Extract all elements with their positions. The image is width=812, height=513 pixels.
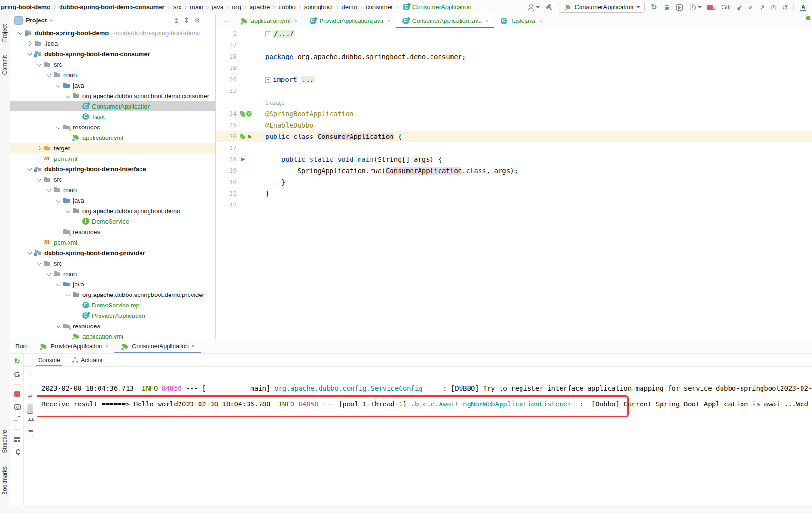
pin-tab-icon[interactable] bbox=[13, 449, 21, 456]
debug-button[interactable] bbox=[663, 3, 671, 11]
tree-row[interactable]: java bbox=[10, 195, 215, 206]
editor-tab[interactable]: ConsumerApplication.java× bbox=[396, 14, 494, 28]
soft-wrap-icon[interactable]: ↩ bbox=[28, 393, 33, 401]
tree-row[interactable]: main bbox=[10, 185, 215, 195]
breadcrumb-item[interactable]: apache bbox=[250, 3, 270, 10]
code-editor[interactable]: 1+/.../1718package org.apache.dubbo.spri… bbox=[216, 28, 812, 211]
breadcrumb-item[interactable]: pring-boot-demo bbox=[1, 3, 50, 10]
tree-row[interactable]: target bbox=[10, 143, 215, 153]
close-icon[interactable]: × bbox=[294, 18, 298, 24]
chevron-right-icon[interactable] bbox=[26, 39, 33, 47]
tree-row[interactable]: DemoService bbox=[10, 216, 215, 227]
rerun-button[interactable]: ↻ bbox=[14, 357, 20, 365]
console-output[interactable]: 2023-02-08 18:04:36.713 INFO 84850 --- [… bbox=[37, 366, 812, 506]
tree-row[interactable]: org.apache.dubbo.springboot.demo.provide… bbox=[10, 289, 215, 300]
profiler-button[interactable] bbox=[689, 3, 702, 11]
usages-inlay-hint[interactable]: 1 usage bbox=[265, 100, 285, 106]
breadcrumb-item[interactable]: java bbox=[212, 3, 223, 10]
chevron-down-icon[interactable] bbox=[45, 71, 52, 79]
tree-row[interactable]: ConsumerApplication bbox=[10, 101, 215, 111]
chevron-down-icon[interactable] bbox=[35, 176, 43, 183]
chevron-down-icon[interactable] bbox=[54, 123, 62, 131]
spring-check-icon[interactable]: ✓ bbox=[246, 111, 252, 117]
breadcrumb-item[interactable]: dubbo bbox=[279, 3, 296, 10]
editor-tab[interactable]: ProviderApplication.java× bbox=[303, 14, 396, 28]
layout-settings-icon[interactable] bbox=[13, 435, 21, 443]
close-icon[interactable]: × bbox=[387, 18, 391, 24]
chevron-down-icon[interactable] bbox=[26, 165, 33, 173]
tree-row[interactable]: src bbox=[10, 59, 215, 69]
close-icon[interactable]: × bbox=[485, 18, 489, 24]
thread-dump-icon[interactable] bbox=[13, 403, 21, 410]
tree-row[interactable]: java bbox=[10, 279, 215, 289]
project-panel-title[interactable]: Project bbox=[26, 17, 47, 24]
breadcrumb-item[interactable]: ConsumerApplication bbox=[401, 3, 471, 11]
tree-row[interactable]: src bbox=[10, 174, 215, 185]
expand-all-icon[interactable]: ↥ bbox=[173, 17, 179, 24]
chevron-down-icon[interactable] bbox=[64, 291, 71, 298]
tree-row[interactable]: dubbo-spring-boot-demo-provider bbox=[10, 247, 215, 258]
run-tab[interactable]: ConsumerApplication× bbox=[114, 339, 201, 353]
chevron-right-icon[interactable] bbox=[35, 144, 43, 152]
stripe-button-structure[interactable]: Structure bbox=[1, 430, 8, 453]
chevron-down-icon[interactable] bbox=[16, 29, 24, 37]
chevron-down-icon[interactable] bbox=[54, 322, 62, 330]
clear-console-icon[interactable] bbox=[27, 429, 34, 436]
build-hammer-icon[interactable] bbox=[545, 3, 553, 11]
breadcrumb-item[interactable]: springboot bbox=[304, 3, 333, 10]
spring-boot-run-icon[interactable] bbox=[240, 134, 245, 139]
git-update-button[interactable]: ↙ bbox=[737, 3, 742, 11]
breadcrumb-item[interactable]: consumer bbox=[366, 3, 393, 10]
breadcrumb-item[interactable]: src bbox=[173, 3, 181, 10]
edit-configuration-icon[interactable] bbox=[13, 371, 21, 378]
stripe-button-bookmarks[interactable]: Bookmarks bbox=[1, 466, 8, 495]
tree-row[interactable]: resources bbox=[10, 122, 215, 132]
run-with-coverage-button[interactable] bbox=[676, 4, 683, 11]
stop-button[interactable]: 2 bbox=[707, 4, 716, 10]
exit-icon[interactable] bbox=[13, 416, 21, 424]
chevron-down-icon[interactable] bbox=[64, 92, 71, 99]
run-configuration-select[interactable]: ConsumerApplication bbox=[559, 1, 645, 13]
editor-tab[interactable]: application.yml× bbox=[234, 14, 303, 28]
tree-row[interactable]: ProviderApplication bbox=[10, 310, 215, 321]
chevron-down-icon[interactable] bbox=[54, 197, 62, 204]
stripe-button-commit[interactable]: Commit bbox=[1, 55, 8, 75]
collapse-all-icon[interactable]: ↧ bbox=[184, 17, 190, 24]
down-stacktrace-icon[interactable]: ↓ bbox=[29, 382, 32, 389]
chevron-down-icon[interactable] bbox=[45, 186, 52, 194]
tree-row[interactable]: main bbox=[10, 268, 215, 279]
breadcrumb-item[interactable]: demo bbox=[341, 3, 357, 10]
tree-row[interactable]: .idea bbox=[10, 38, 215, 49]
tree-row[interactable]: resources bbox=[10, 321, 215, 331]
stripe-button-project[interactable]: Project bbox=[1, 24, 8, 42]
breadcrumb-item[interactable]: org bbox=[232, 3, 241, 10]
chevron-down-icon[interactable] bbox=[64, 207, 71, 215]
git-push-button[interactable]: ↗ bbox=[759, 3, 765, 11]
tree-row[interactable]: application.yml bbox=[10, 132, 215, 143]
fold-expand-icon[interactable]: + bbox=[265, 77, 271, 83]
close-icon[interactable]: × bbox=[539, 18, 542, 24]
tree-row[interactable]: java bbox=[10, 80, 215, 90]
chevron-down-icon[interactable] bbox=[26, 249, 33, 256]
tree-row[interactable]: pom.xml bbox=[10, 237, 215, 247]
chevron-down-icon[interactable] bbox=[54, 280, 62, 288]
view-tab-console[interactable]: Console bbox=[38, 354, 60, 366]
tree-row[interactable]: Task bbox=[10, 111, 215, 122]
translate-icon[interactable]: A bbox=[800, 3, 807, 11]
stop-button[interactable] bbox=[14, 391, 20, 397]
tree-row[interactable]: pom.xml bbox=[10, 153, 215, 164]
git-commit-button[interactable]: ✓ bbox=[748, 3, 754, 11]
hide-panel-icon[interactable]: — bbox=[219, 17, 234, 24]
inspection-status-icon[interactable] bbox=[806, 16, 810, 20]
view-tab-actuator[interactable]: Actuator bbox=[72, 354, 103, 366]
tree-row[interactable]: org.apache.dubbo.springboot.demo bbox=[10, 206, 215, 216]
fold-expand-icon[interactable]: + bbox=[265, 31, 271, 37]
run-gutter-icon[interactable] bbox=[248, 134, 252, 139]
tree-row[interactable]: org.apache.dubbo.springboot.demo.consume… bbox=[10, 90, 215, 101]
rollback-button[interactable]: ↺ bbox=[782, 3, 788, 11]
chevron-down-icon[interactable] bbox=[35, 60, 43, 68]
tree-row[interactable]: dubbo-spring-boot-demo~/code/dubbo-sprin… bbox=[10, 28, 215, 38]
chevron-down-icon[interactable] bbox=[45, 270, 52, 277]
tree-row[interactable]: dubbo-spring-boot-demo-consumer bbox=[10, 49, 215, 59]
settings-gear-icon[interactable]: ⚙ bbox=[194, 17, 200, 24]
